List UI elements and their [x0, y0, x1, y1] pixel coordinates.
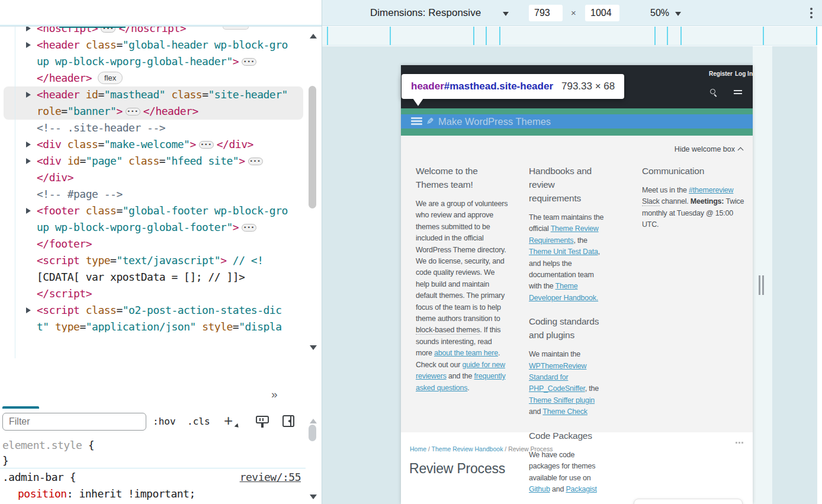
devtools-window: Elements » ✕ ! ⚙ × </div><noscript>•••</… — [0, 0, 822, 504]
computed-sidebar-toggle-icon[interactable] — [282, 415, 294, 427]
code-line[interactable]: <footer class="global-footer wp-block-gr… — [0, 203, 322, 219]
expand-arrow-icon[interactable] — [26, 307, 34, 313]
code-line[interactable]: <div class="make-welcome">•••</div> — [0, 136, 322, 153]
menu-icon[interactable] — [734, 90, 742, 91]
window-scrollbar-track[interactable] — [817, 26, 822, 504]
code-token: = — [116, 38, 122, 51]
new-style-rule-button[interactable]: + — [224, 409, 233, 434]
media-query-bar[interactable] — [322, 27, 817, 46]
expand-arrow-icon[interactable] — [26, 208, 34, 214]
media-query-marker[interactable] — [390, 27, 391, 45]
scrollbar-thumb[interactable] — [309, 425, 316, 441]
media-query-marker[interactable] — [680, 27, 682, 45]
flex-badge[interactable]: flex — [98, 72, 123, 84]
code-token: t" — [37, 320, 49, 332]
styles-active-underline — [2, 406, 39, 409]
open-brace: { — [88, 439, 94, 451]
admin-bar-selector[interactable]: .admin-bar { — [2, 469, 76, 486]
device-toolbar-menu-icon[interactable] — [810, 8, 813, 10]
elements-scrollbar[interactable] — [306, 27, 322, 358]
search-icon[interactable] — [710, 89, 715, 94]
expand-arrow-icon[interactable] — [26, 142, 34, 147]
media-query-marker[interactable] — [499, 27, 500, 45]
inspect-highlight-padding — [401, 108, 753, 114]
welcome-link[interactable]: Theme Check — [542, 407, 587, 416]
code-line[interactable]: </script> — [0, 285, 322, 302]
paint-brush-icon[interactable] — [256, 416, 269, 423]
inspect-highlight-padding — [401, 129, 753, 136]
scroll-down-icon[interactable] — [310, 345, 317, 354]
post-options-icon[interactable] — [736, 442, 737, 444]
welcome-link[interactable]: Github — [529, 485, 550, 493]
login-link[interactable]: Log In — [735, 70, 753, 77]
welcome-link[interactable]: Theme Unit Test Data — [529, 248, 598, 256]
code-line[interactable]: <!-- .site-header --> — [0, 120, 322, 136]
collapse-caret-icon[interactable] — [738, 147, 744, 153]
styles-more-tabs-icon[interactable]: » — [271, 382, 278, 408]
page-breadcrumb: Home / Theme Review Handbook / Review Pr… — [410, 445, 553, 452]
expand-arrow-icon[interactable] — [26, 92, 34, 98]
scroll-down-icon[interactable] — [310, 495, 317, 503]
elements-tree-panel[interactable]: </div><noscript>•••</noscript><header cl… — [0, 0, 322, 332]
scroll-up-icon[interactable] — [310, 415, 317, 423]
stylesheet-source-link[interactable]: review/:55 — [240, 469, 301, 486]
code-line[interactable]: </div> — [0, 169, 322, 186]
media-query-marker[interactable] — [667, 27, 668, 45]
viewport-resize-gutter[interactable] — [753, 46, 772, 504]
media-query-marker[interactable] — [654, 27, 656, 45]
welcome-link[interactable]: #themereview — [689, 186, 733, 194]
code-line[interactable]: [CDATA[ var xpostData = []; // ]]> — [0, 269, 322, 285]
hamburger-icon[interactable] — [411, 117, 422, 119]
media-query-marker[interactable] — [473, 27, 474, 45]
code-line[interactable]: </header>flex — [0, 70, 322, 86]
css-property-name[interactable]: position — [18, 487, 67, 500]
code-line[interactable]: <header class="global-header wp-block-gr… — [0, 37, 322, 53]
code-line[interactable]: <!-- #page --> — [0, 186, 322, 203]
pseudo-state-toggle[interactable]: :hov — [153, 409, 176, 434]
class-toggle[interactable]: .cls — [187, 409, 210, 434]
inline-expand-icon[interactable]: ••• — [199, 141, 214, 149]
scroll-up-icon[interactable] — [310, 30, 317, 38]
welcome-link[interactable]: Packagist — [566, 485, 596, 493]
css-declaration[interactable]: position: inherit !important; — [18, 486, 195, 502]
welcome-link[interactable]: Theme Sniffer plugin — [529, 396, 595, 405]
site-title[interactable]: Make WordPress Themes — [438, 114, 551, 129]
viewport-width-input[interactable] — [529, 5, 563, 21]
code-line[interactable]: <script type="text/javascript"> // <! — [0, 252, 322, 269]
welcome-link[interactable]: about the team here — [434, 349, 498, 357]
hide-welcome-link[interactable]: Hide welcome box — [675, 145, 735, 153]
expand-arrow-icon[interactable] — [26, 42, 34, 48]
media-query-marker[interactable] — [486, 27, 487, 45]
code-token: class — [171, 88, 202, 101]
code-line[interactable]: t" type="application/json" style="displa — [0, 319, 322, 332]
code-line[interactable]: up wp-block-wporg-global-footer">••• — [0, 219, 322, 236]
inline-expand-icon[interactable]: ••• — [242, 224, 256, 232]
code-line[interactable]: up wp-block-wporg-global-header">••• — [0, 53, 322, 70]
inline-expand-icon[interactable]: ••• — [248, 158, 263, 165]
code-line[interactable]: role="banner">•••</header> — [0, 103, 322, 120]
breadcrumb-link[interactable]: Theme Review Handbook — [432, 445, 503, 452]
element-style-rule[interactable]: element.style { — [2, 437, 94, 454]
styles-scrollbar[interactable] — [306, 409, 322, 504]
code-line[interactable]: <header id="masthead" class="site-header… — [0, 86, 322, 103]
inline-expand-icon[interactable]: ••• — [242, 58, 256, 66]
styles-filter-input[interactable] — [2, 413, 146, 431]
viewport-resize-handle-icon[interactable] — [759, 275, 760, 295]
viewport-height-input[interactable] — [585, 5, 619, 21]
code-token: // <! — [226, 254, 263, 267]
welcome-heading: Coding standards and plugins — [529, 314, 607, 342]
code-line[interactable]: <script class="o2-post-action-states-dic — [0, 302, 322, 319]
breadcrumb-link[interactable]: Home — [410, 445, 426, 452]
dimensions-selector[interactable]: Dimensions: Responsive — [370, 0, 481, 26]
code-line[interactable]: <div id="page" class="hfeed site">••• — [0, 153, 322, 169]
expand-arrow-icon[interactable] — [26, 158, 34, 164]
css-property-value[interactable]: : inherit !important; — [67, 487, 195, 500]
media-query-marker[interactable] — [327, 27, 328, 45]
media-query-marker[interactable] — [763, 27, 764, 45]
code-line[interactable]: </footer> — [0, 236, 322, 252]
register-link[interactable]: Register — [709, 70, 733, 77]
welcome-link[interactable]: WPThemeReview Standard for PHP_CodeSniff… — [529, 362, 586, 393]
scrollbar-thumb[interactable] — [309, 86, 316, 208]
inline-expand-icon[interactable]: ••• — [126, 108, 140, 115]
zoom-selector[interactable]: 50% — [650, 0, 669, 26]
